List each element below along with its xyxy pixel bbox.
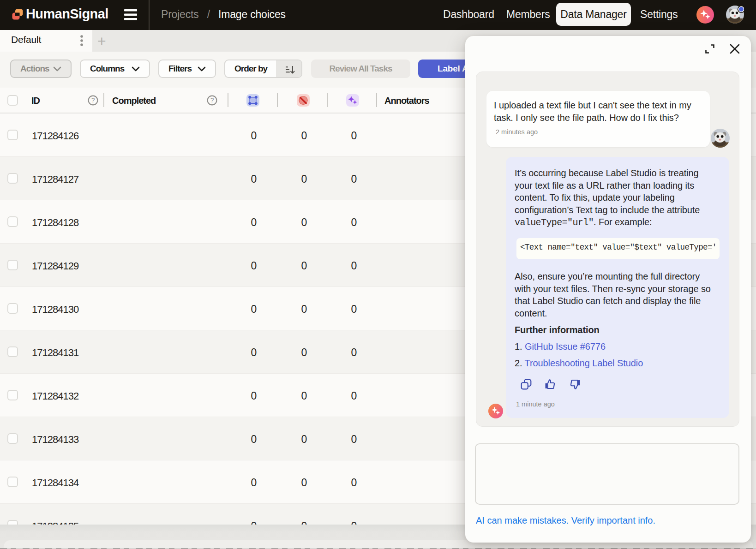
svg-text:?: ? (210, 97, 214, 104)
svg-text:?: ? (91, 97, 95, 104)
